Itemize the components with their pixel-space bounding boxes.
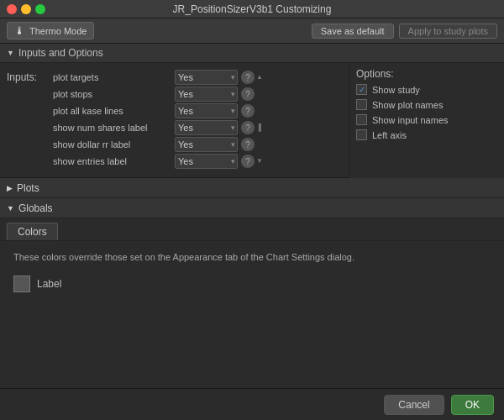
globals-label: Globals bbox=[18, 202, 53, 214]
inputs-section-title: Inputs and Options bbox=[18, 47, 103, 59]
inputs-row: Inputs: plot targets YesNo ? bbox=[0, 70, 349, 171]
input-select-num-shares[interactable]: YesNo bbox=[175, 120, 238, 135]
input-row: show dollar rr label YesNo ? bbox=[53, 137, 342, 152]
scroll-col: ▐ bbox=[256, 124, 261, 131]
scroll-col: ▲ bbox=[256, 74, 263, 81]
options-title: Options: bbox=[356, 68, 497, 80]
close-button[interactable] bbox=[7, 4, 17, 14]
show-input-names-checkbox[interactable] bbox=[356, 114, 367, 125]
globals-section-header[interactable]: ▼ Globals bbox=[0, 198, 504, 218]
inputs-table: plot targets YesNo ? ▲ bbox=[53, 70, 342, 171]
option-left-axis: Left axis bbox=[356, 129, 497, 140]
input-select-plot-targets[interactable]: YesNo bbox=[175, 70, 238, 85]
input-select-wrapper[interactable]: YesNo bbox=[175, 154, 238, 169]
input-select-plot-stops[interactable]: YesNo bbox=[175, 87, 238, 102]
input-select-wrapper[interactable]: YesNo bbox=[175, 87, 238, 102]
window-controls[interactable] bbox=[7, 4, 45, 14]
option-show-plot-names: Show plot names bbox=[356, 99, 497, 110]
colors-content: These colors override those set on the A… bbox=[0, 241, 504, 388]
thermo-mode-button[interactable]: 🌡 Thermo Mode bbox=[7, 22, 94, 39]
input-row: plot targets YesNo ? ▲ bbox=[53, 70, 342, 85]
show-plot-names-checkbox[interactable] bbox=[356, 99, 367, 110]
colors-tab[interactable]: Colors bbox=[7, 223, 58, 240]
options-panel: Options: ✓ Show study Show plot names Sh… bbox=[349, 63, 504, 178]
collapse-arrow-icon: ▼ bbox=[7, 49, 14, 57]
colors-tab-bar: Colors bbox=[0, 218, 504, 241]
help-icon[interactable]: ? bbox=[241, 87, 255, 101]
input-select-entries[interactable]: YesNo bbox=[175, 154, 238, 169]
ok-button[interactable]: OK bbox=[451, 395, 494, 415]
input-select-wrapper[interactable]: YesNo bbox=[175, 103, 238, 118]
inputs-section-header[interactable]: ▼ Inputs and Options bbox=[0, 44, 504, 63]
input-row: plot all kase lines YesNo ? bbox=[53, 103, 342, 118]
cancel-button[interactable]: Cancel bbox=[384, 395, 444, 415]
apply-to-study-button[interactable]: Apply to study plots bbox=[399, 24, 497, 39]
toolbar: 🌡 Thermo Mode Save as default Apply to s… bbox=[0, 18, 504, 44]
option-show-study: ✓ Show study bbox=[356, 84, 497, 95]
scroll-col: ▼ bbox=[256, 158, 263, 165]
title-bar: JR_PositionSizerV3b1 Customizing bbox=[0, 0, 504, 18]
help-icon[interactable]: ? bbox=[241, 104, 255, 118]
help-icon[interactable]: ? bbox=[241, 71, 255, 84]
scroll-bar-icon[interactable]: ▐ bbox=[256, 124, 261, 131]
help-icon[interactable]: ? bbox=[241, 155, 255, 168]
input-row: show num shares label YesNo ? ▐ bbox=[53, 120, 342, 135]
inputs-section: Inputs: plot targets YesNo ? bbox=[0, 63, 349, 178]
inputs-options-body: Inputs: plot targets YesNo ? bbox=[0, 63, 504, 178]
option-show-input-names: Show input names bbox=[356, 114, 497, 125]
thermo-mode-label: Thermo Mode bbox=[29, 26, 87, 36]
help-icon[interactable]: ? bbox=[241, 121, 255, 134]
label-color-label: Label bbox=[37, 278, 61, 290]
show-input-names-label: Show input names bbox=[372, 115, 449, 125]
plots-label: Plots bbox=[17, 182, 39, 194]
input-select-wrapper[interactable]: YesNo bbox=[175, 120, 238, 135]
plots-arrow-icon: ▶ bbox=[7, 184, 13, 192]
input-name: show num shares label bbox=[53, 123, 175, 133]
inputs-label: Inputs: bbox=[7, 70, 53, 83]
input-select-wrapper[interactable]: YesNo bbox=[175, 137, 238, 152]
plots-section-header[interactable]: ▶ Plots bbox=[0, 178, 504, 198]
show-study-label: Show study bbox=[372, 85, 420, 95]
window-title: JR_PositionSizerV3b1 Customizing bbox=[173, 3, 332, 15]
minimize-button[interactable] bbox=[21, 4, 31, 14]
toolbar-right: Save as default Apply to study plots bbox=[312, 24, 497, 39]
save-default-button[interactable]: Save as default bbox=[312, 24, 394, 39]
input-select-wrapper[interactable]: YesNo bbox=[175, 70, 238, 85]
left-axis-checkbox[interactable] bbox=[356, 129, 367, 140]
show-study-checkbox[interactable]: ✓ bbox=[356, 84, 367, 95]
thermometer-icon: 🌡 bbox=[14, 24, 25, 37]
main-content: ▼ Inputs and Options Inputs: plot target… bbox=[0, 44, 504, 388]
input-row: plot stops YesNo ? bbox=[53, 87, 342, 102]
bottom-bar: Cancel OK bbox=[0, 388, 504, 420]
left-axis-label: Left axis bbox=[372, 130, 407, 140]
input-row: show entries label YesNo ? ▼ bbox=[53, 154, 342, 169]
colors-description: These colors override those set on the A… bbox=[13, 251, 491, 264]
input-name: show entries label bbox=[53, 156, 175, 166]
input-name: plot targets bbox=[53, 72, 175, 82]
label-color-swatch[interactable] bbox=[13, 276, 30, 292]
input-name: show dollar rr label bbox=[53, 139, 175, 150]
checkmark-icon: ✓ bbox=[359, 85, 365, 94]
scroll-up-icon[interactable]: ▲ bbox=[256, 74, 263, 81]
input-name: plot all kase lines bbox=[53, 106, 175, 116]
help-icon[interactable]: ? bbox=[241, 138, 255, 151]
label-color-row: Label bbox=[13, 276, 491, 292]
maximize-button[interactable] bbox=[35, 4, 45, 14]
globals-arrow-icon: ▼ bbox=[7, 204, 14, 213]
inputs-left: Inputs: plot targets YesNo ? bbox=[0, 63, 349, 178]
input-select-dollar-rr[interactable]: YesNo bbox=[175, 137, 238, 152]
scroll-down-icon[interactable]: ▼ bbox=[256, 158, 263, 165]
input-select-kase-lines[interactable]: YesNo bbox=[175, 103, 238, 118]
input-name: plot stops bbox=[53, 89, 175, 99]
show-plot-names-label: Show plot names bbox=[372, 100, 443, 110]
